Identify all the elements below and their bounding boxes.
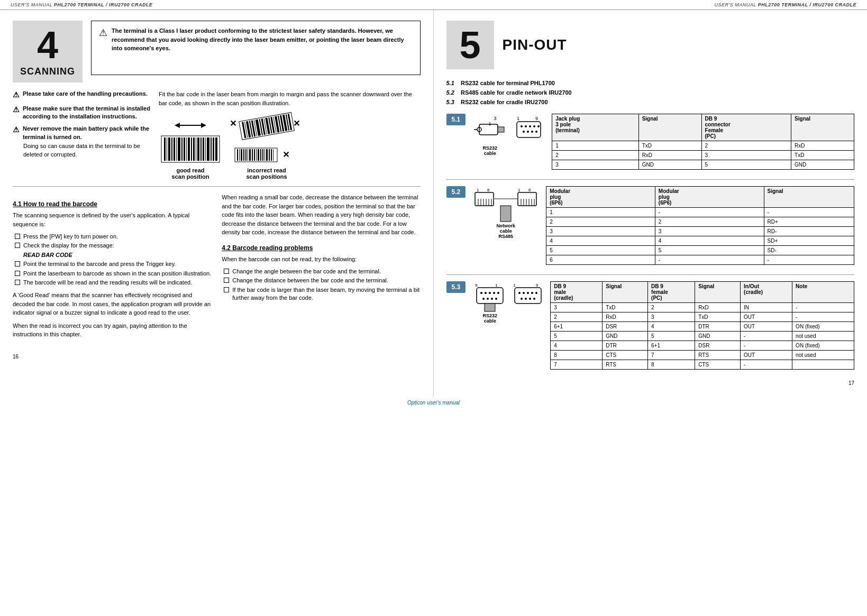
col-52-signal: Signal: [764, 187, 854, 208]
sig-53-m-4: GND: [603, 332, 648, 341]
svg-point-117: [491, 298, 493, 300]
pin-51-jack-3: 3: [552, 160, 638, 170]
good-read-text: A 'Good Read' means that the scanner has…: [13, 291, 211, 317]
tip-2-text: Change the distance between the bar code…: [232, 277, 388, 284]
svg-point-116: [487, 298, 489, 300]
main-content: 4 SCANNING ⚠ The terminal is a Class I l…: [0, 10, 867, 397]
svg-point-114: [497, 292, 499, 294]
pin-52-m1-6: 6: [546, 255, 655, 265]
section-52-content: 1 6 1: [474, 186, 854, 265]
tip-1-text: Change the angle between the bar code an…: [232, 268, 381, 275]
signal-51-3: GND: [638, 160, 701, 170]
sig-53-m-5: DTR: [603, 341, 648, 351]
step-3: READ BAR CODE: [15, 251, 211, 259]
pin-53-f-4: 4: [648, 322, 695, 332]
signal-51-gnd: GND: [791, 160, 854, 170]
header-right: User's Manual PHL2700 terminal / IRU2700…: [715, 2, 856, 7]
svg-rect-53: [243, 149, 244, 161]
tip-checkbox-2: [224, 278, 229, 283]
sig-53-f-3: DTR: [695, 322, 741, 332]
warning-icon: ⚠: [99, 27, 107, 39]
svg-rect-106: [500, 206, 511, 222]
pin-53-f-5: 5: [648, 332, 695, 341]
db9-connector-51: 1 9: [514, 114, 543, 140]
badge-52-col: 5.2: [446, 186, 466, 198]
two-col-section: 4.1 How to read the barcode The scanning…: [13, 193, 421, 343]
step-4: Point the terminal to the barcode and pr…: [15, 260, 211, 268]
caution-item-3: ⚠ Never remove the main battery pack whi…: [13, 125, 150, 159]
svg-text:9: 9: [475, 283, 478, 288]
pin-table-53: DB 9 male (cradle) Signal DB 9 female (P…: [550, 281, 854, 370]
col-52-modular1: Modular plug (6P6): [546, 187, 655, 208]
note-53-5: ON (fixed): [792, 341, 854, 351]
svg-rect-55: [248, 149, 248, 161]
page-number-left: 16: [13, 354, 421, 360]
rs232-cable-label-51: RS232 cable: [482, 145, 497, 156]
incorrect-text: When the read is incorrect you can try a…: [13, 321, 211, 339]
note-53-4: not used: [792, 332, 854, 341]
pin-52-m1-3: 3: [546, 227, 655, 236]
step-2-text: Check the display for the message:: [23, 242, 114, 250]
badge-51-col: 5.1: [446, 114, 466, 125]
svg-point-124: [523, 292, 525, 294]
col-53-db9-male: DB 9 male (cradle): [551, 282, 603, 303]
sig-53-f-6: RTS: [695, 351, 741, 360]
svg-rect-17: [196, 137, 196, 161]
step-5: Point the laserbeam to barcode as shown …: [15, 270, 211, 278]
svg-rect-66: [271, 149, 272, 161]
svg-rect-109: [477, 288, 503, 304]
step-1: Press the [PW] key to turn power on.: [15, 233, 211, 241]
signal-51-2: RxD: [638, 151, 701, 160]
pin-row-53-1: 3 TxD 2 RxD IN -: [551, 303, 854, 312]
checkbox-2: [15, 243, 20, 248]
svg-rect-99: [518, 192, 536, 206]
io-53-6: OUT: [741, 351, 792, 360]
col-53-signal-f: Signal: [695, 282, 741, 303]
io-53-2: OUT: [741, 312, 792, 322]
pin-53-m-7: 7: [551, 360, 603, 370]
tip-3-text: If the bar code is larger than the laser…: [232, 286, 420, 302]
svg-point-130: [529, 298, 531, 300]
pin-row-52-6: 6 - -: [546, 255, 854, 265]
subsection-51-title: RS232 cable for terminal PHL1700: [461, 80, 555, 86]
scan-direction-arrow: [175, 117, 206, 133]
tip-3: If the bar code is larger than the laser…: [224, 286, 420, 302]
col-53-inout: In/Out (cradle): [741, 282, 792, 303]
note-53-3: ON (fixed): [792, 322, 854, 332]
io-53-5: -: [741, 341, 792, 351]
pin-52-m2-5: 5: [655, 246, 764, 255]
svg-rect-57: [252, 149, 253, 161]
pin-row-52-5: 5 5 SD-: [546, 246, 854, 255]
caution-text-3-bold: Never remove the main battery pack while…: [23, 125, 150, 141]
svg-marker-1: [201, 123, 206, 128]
chapter-number-left: 4: [37, 26, 58, 64]
db9-male-connector: 9 1: [474, 281, 506, 313]
svg-text:9: 9: [535, 116, 538, 121]
pin-row-52-2: 2 2 RD+: [546, 217, 854, 227]
pin-row-51-1: 1 TxD 2 RxD: [552, 141, 854, 151]
checkbox-6: [15, 280, 20, 285]
tip-1: Change the angle between the bar code an…: [224, 268, 420, 275]
sig-52-4: SD+: [764, 236, 854, 246]
sig-52-1: -: [764, 208, 854, 217]
pin-53-m-4: 4: [551, 341, 603, 351]
svg-rect-25: [215, 137, 217, 161]
col-52-modular2: Modular plug (6P6): [655, 187, 764, 208]
step-1-text: Press the [PW] key to turn power on.: [23, 233, 118, 241]
svg-point-123: [518, 292, 521, 294]
section-41: 4.1 How to read the barcode The scanning…: [13, 193, 211, 343]
pin-53-f-2: 2: [648, 303, 695, 312]
svg-rect-67: [273, 149, 273, 161]
divider-3: [446, 274, 855, 275]
subsection-51-label: 5.1: [446, 80, 454, 86]
pin-52-m2-3: 3: [655, 227, 764, 236]
col-53-db9-female: DB 9 female (PC): [648, 282, 695, 303]
caution-item-2: ⚠ Please make sure that the terminal is …: [13, 105, 150, 121]
chapter-title-left: SCANNING: [20, 66, 75, 77]
pin-53-f-3: 3: [648, 312, 695, 322]
svg-point-127: [535, 292, 537, 294]
svg-rect-62: [262, 149, 263, 161]
svg-text:✕: ✕: [293, 119, 300, 128]
badge-53: 5.3: [446, 281, 466, 293]
section-41-intro: The scanning sequence is defined by the …: [13, 211, 211, 228]
